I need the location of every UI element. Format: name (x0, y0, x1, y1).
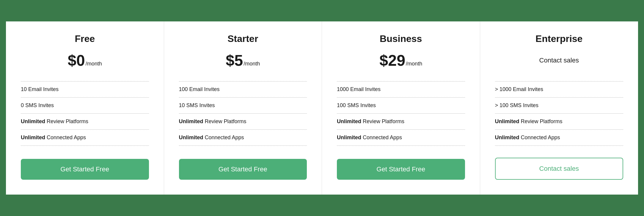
feature-item-free-2: Unlimited Review Platforms (21, 114, 149, 130)
plan-name-business: Business (337, 33, 465, 44)
feature-item-business-2: Unlimited Review Platforms (337, 114, 465, 130)
feature-item-starter-2: Unlimited Review Platforms (179, 114, 307, 130)
cta-button-starter[interactable]: Get Started Free (179, 159, 307, 180)
features-list-enterprise: > 1000 Email Invites> 100 SMS InvitesUnl… (495, 81, 623, 146)
cta-button-enterprise[interactable]: Contact sales (495, 158, 623, 180)
plan-column-free: Free$0/month10 Email Invites0 SMS Invite… (6, 21, 164, 195)
features-list-free: 10 Email Invites0 SMS InvitesUnlimited R… (21, 81, 149, 147)
feature-bold-starter-3: Unlimited (179, 134, 205, 140)
feature-bold-business-2: Unlimited (337, 118, 363, 124)
price-period-business: /month (406, 61, 422, 67)
features-list-starter: 100 Email Invites10 SMS InvitesUnlimited… (179, 81, 307, 147)
contact-sales-text-enterprise: Contact sales (539, 57, 579, 64)
feature-item-enterprise-2: Unlimited Review Platforms (495, 114, 623, 130)
cta-button-business[interactable]: Get Started Free (337, 159, 465, 180)
feature-bold-free-3: Unlimited (21, 134, 47, 140)
feature-item-starter-1: 10 SMS Invites (179, 98, 307, 114)
feature-bold-starter-2: Unlimited (179, 118, 205, 124)
cta-button-free[interactable]: Get Started Free (21, 159, 149, 180)
feature-item-enterprise-1: > 100 SMS Invites (495, 98, 623, 114)
feature-item-business-1: 100 SMS Invites (337, 98, 465, 114)
feature-item-enterprise-0: > 1000 Email Invites (495, 81, 623, 98)
plan-price-free: $0/month (21, 51, 149, 69)
plan-column-business: Business$29/month1000 Email Invites100 S… (322, 21, 480, 195)
feature-item-starter-3: Unlimited Connected Apps (179, 130, 307, 146)
price-amount-starter: $5 (226, 51, 243, 69)
price-amount-business: $29 (379, 51, 405, 69)
feature-bold-free-2: Unlimited (21, 118, 47, 124)
feature-item-free-1: 0 SMS Invites (21, 98, 149, 114)
feature-bold-enterprise-3: Unlimited (495, 134, 521, 140)
plan-name-enterprise: Enterprise (495, 33, 623, 44)
pricing-table: Free$0/month10 Email Invites0 SMS Invite… (6, 21, 638, 195)
plan-name-free: Free (21, 33, 149, 44)
feature-bold-enterprise-2: Unlimited (495, 118, 521, 124)
features-list-business: 1000 Email Invites100 SMS InvitesUnlimit… (337, 81, 465, 147)
plan-column-enterprise: EnterpriseContact sales> 1000 Email Invi… (480, 21, 638, 195)
price-amount-free: $0 (68, 51, 85, 69)
price-period-starter: /month (244, 61, 260, 67)
feature-item-starter-0: 100 Email Invites (179, 81, 307, 98)
feature-item-free-3: Unlimited Connected Apps (21, 130, 149, 146)
plan-price-starter: $5/month (179, 51, 307, 69)
feature-item-business-0: 1000 Email Invites (337, 81, 465, 98)
plan-price-business: $29/month (337, 51, 465, 69)
feature-item-business-3: Unlimited Connected Apps (337, 130, 465, 146)
plan-name-starter: Starter (179, 33, 307, 44)
feature-item-enterprise-3: Unlimited Connected Apps (495, 130, 623, 146)
feature-bold-business-3: Unlimited (337, 134, 363, 140)
plan-price-enterprise: Contact sales (495, 51, 623, 69)
price-period-free: /month (86, 61, 102, 67)
plan-column-starter: Starter$5/month100 Email Invites10 SMS I… (164, 21, 322, 195)
feature-item-free-0: 10 Email Invites (21, 81, 149, 98)
